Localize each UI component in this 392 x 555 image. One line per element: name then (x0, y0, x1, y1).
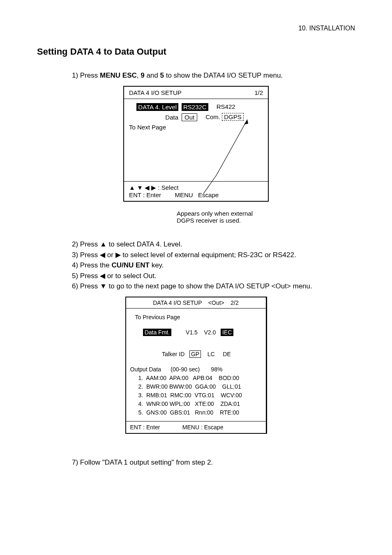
box1-footer: ▲ ▼ ◀ ▶ : Select ENT : Enter MENU Escape (124, 181, 268, 201)
talker-label: Talker ID (162, 351, 184, 357)
gp-option: GP (189, 350, 201, 358)
to-next-page: To Next Page (129, 124, 263, 131)
iec-option: IEC (221, 329, 233, 336)
step-7: 7) Follow "DATA 1 output setting" from s… (72, 458, 355, 467)
v20-option: V2.0 (204, 329, 216, 336)
step-3: 3) Press ◀ or ▶ to select level of exter… (72, 251, 355, 259)
keyname: 5 (160, 71, 164, 79)
note-line2: DGPS receiver is used. (177, 217, 355, 224)
step-4: 4) Press the CU/NU ENT key. (72, 261, 355, 269)
keyname: MENU ESC (100, 71, 137, 79)
sentence-row-2: 2. BWR:00 BWW:00 GGA:00 GLL:01 (130, 383, 262, 390)
de-option: DE (223, 351, 231, 357)
com-label: Com. (205, 113, 220, 120)
rs232c-option: RS232C (182, 103, 208, 111)
footer-select: ▲ ▼ ◀ ▶ : Select (129, 184, 263, 191)
text: and (145, 71, 160, 79)
data-fmt-label: Data Fmt. (143, 329, 171, 336)
text: , (137, 71, 141, 79)
talker-row: Talker ID GP LC DE (130, 344, 262, 364)
step-2: 2) Press ▲ to select DATA 4. Level. (72, 240, 355, 249)
keyname: CU/NU ENT (111, 261, 150, 269)
note-line1: Appears only when external (177, 210, 355, 217)
sentence-row-3: 3. RMB:01 RMC:00 VTG:01 WCV:00 (130, 392, 262, 398)
rs422-option: RS422 (217, 103, 235, 111)
step-6: 6) Press ▼ to go to the next page to sho… (72, 282, 355, 290)
text: to show the DATA4 I/O SETUP menu. (164, 71, 283, 79)
section-title: Setting DATA 4 to Data Output (37, 46, 355, 57)
dgps-label: DGPS (222, 113, 244, 121)
data4-level-label: DATA 4. Level (136, 103, 178, 111)
setup-box-1: DATA 4 I/O SETUP 1/2 DATA 4. Level RS232… (123, 86, 269, 202)
out-option: Out (182, 113, 197, 121)
keyname: 9 (141, 71, 144, 79)
sentence-row-1: 1. AAM:00 APA:00 APB:04 BOD:00 (130, 375, 262, 381)
v15-option: V1.5 (186, 329, 198, 336)
sentence-row-5: 5. GNS:00 GBS:01 Rnn:00 RTE:00 (130, 409, 262, 416)
step-1: 1) Press MENU ESC, 9 and 5 to show the D… (72, 71, 355, 80)
chapter-header: 10. INSTALLATION (37, 25, 355, 32)
box1-title-right: 1/2 (254, 89, 263, 96)
setup-box-2: DATA 4 I/O SETUP <Out> 2/2 To Previous P… (125, 297, 267, 434)
to-previous-page: To Previous Page (130, 314, 262, 320)
text: key. (150, 261, 164, 269)
box1-title-left: DATA 4 I/O SETUP (129, 89, 182, 96)
output-data-line: Output Data (00-90 sec) 98% (130, 366, 262, 373)
box1-title: DATA 4 I/O SETUP 1/2 (124, 87, 268, 99)
callout-note: Appears only when external DGPS receiver… (177, 210, 355, 224)
text: 1) Press (72, 71, 100, 79)
sentence-row-4: 4. WNR:00 WPL:00 XTE:00 ZDA:01 (130, 401, 262, 407)
com-dgps-option: Com. DGPS (205, 113, 244, 121)
text: 4) Press the (72, 261, 111, 269)
box2-title: DATA 4 I/O SETUP <Out> 2/2 (126, 297, 266, 309)
lc-option: LC (208, 351, 215, 357)
data-label: Data (129, 114, 182, 121)
footer-enter: ENT : Enter MENU Escape (129, 191, 263, 198)
box2-footer: ENT : Enter MENU : Escape (126, 421, 266, 433)
data-fmt-row: Data Fmt. V1.5 V2.0 IEC (130, 322, 262, 342)
step-5: 5) Press ◀ or to select Out. (72, 272, 355, 280)
